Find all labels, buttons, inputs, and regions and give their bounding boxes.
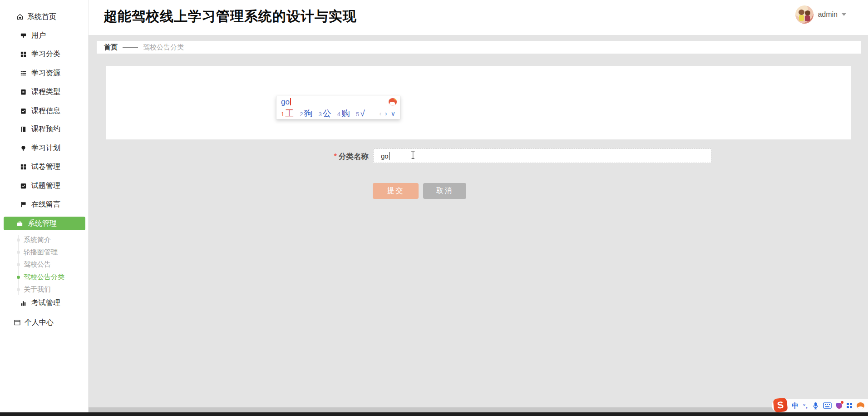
bottom-dark-bar (0, 412, 868, 416)
ime-candidate-1[interactable]: 1工 (281, 108, 294, 119)
skin-palette-icon[interactable] (836, 403, 842, 409)
sidebar-item-course-type[interactable]: 课程类型 (0, 86, 89, 97)
submenu-item-about-us[interactable]: 关于我们 (24, 285, 51, 294)
sidebar-item-home[interactable]: 系统首页 (0, 11, 89, 22)
sidebar-item-study-category[interactable]: 学习分类 (0, 49, 89, 59)
sidebar-item-label: 课程预约 (31, 124, 60, 134)
briefcase-icon (16, 220, 23, 227)
avatar (795, 5, 814, 24)
ime-candidate-4[interactable]: 4购 (337, 108, 350, 119)
ime-popup: go 1工 2狗 3公 4购 5√ ‹ › ∨ (276, 96, 400, 119)
submenu-item-label: 轮播图管理 (24, 248, 58, 256)
sidebar-item-label: 课程信息 (31, 106, 60, 116)
sidebar-item-course-info[interactable]: 课程信息 (0, 105, 89, 116)
microphone-icon[interactable] (813, 402, 819, 410)
submenu-item-label: 系统简介 (24, 236, 51, 243)
sidebar-item-label: 个人中心 (25, 318, 54, 327)
sidebar-item-label: 在线留言 (31, 200, 60, 209)
ime-prev-page-icon[interactable]: ‹ (379, 110, 381, 117)
submenu-item-system-intro[interactable]: 系统简介 (24, 235, 51, 244)
sidebar-item-personal-center[interactable]: 个人中心 (0, 317, 89, 328)
sidebar: 系统首页 用户 学习分类 学习资源 课程类型 课程信息 课程预约 (0, 0, 89, 412)
sidebar-item-question-bank[interactable]: 试题管理 (0, 180, 89, 191)
bar-chart-icon (20, 300, 27, 307)
sogou-s-logo-icon[interactable]: S (773, 397, 788, 412)
ime-next-page-icon[interactable]: › (385, 110, 387, 117)
sidebar-item-label: 学习分类 (31, 50, 60, 59)
toolbox-grid-icon[interactable] (847, 403, 852, 408)
lightbulb-icon (20, 145, 27, 152)
ime-composition: go (281, 98, 290, 106)
sidebar-item-label: 系统首页 (27, 12, 56, 22)
breadcrumb-separator (123, 47, 138, 48)
ime-taskbar: S 中 °, (772, 399, 868, 412)
sidebar-item-exam-paper[interactable]: 试卷管理 (0, 161, 89, 172)
sidebar-item-label: 用户 (31, 31, 46, 40)
ime-candidate-2[interactable]: 2狗 (300, 108, 312, 119)
keyboard-icon[interactable] (823, 402, 832, 409)
app-window: 系统首页 用户 学习分类 学习资源 课程类型 课程信息 课程预约 (0, 0, 868, 416)
grid-icon (20, 51, 27, 58)
home-icon (16, 13, 24, 20)
sidebar-item-label: 学习资源 (31, 69, 60, 78)
submenu-item-school-notice[interactable]: 驾校公告 (24, 260, 51, 269)
sidebar-item-messages[interactable]: 在线留言 (0, 199, 89, 210)
sidebar-item-course-booking[interactable]: 课程预约 (0, 124, 89, 134)
submenu-dot (17, 263, 20, 266)
mouse-ibeam-cursor (410, 151, 416, 159)
ime-candidate-3[interactable]: 3公 (318, 108, 331, 119)
ime-punctuation-icon[interactable]: °, (803, 402, 808, 409)
sidebar-item-label: 课程类型 (31, 87, 60, 97)
sidebar-item-label: 试卷管理 (31, 162, 60, 172)
submenu-dot-active (17, 276, 20, 279)
sidebar-item-exam-management[interactable]: 考试管理 (0, 297, 89, 308)
username: admin (818, 10, 838, 19)
clipboard-x-icon (20, 89, 27, 95)
sidebar-item-label: 试题管理 (31, 181, 60, 191)
horizontal-scrollbar[interactable] (89, 407, 868, 412)
category-name-input[interactable]: go (373, 149, 711, 163)
sogou-bird-icon[interactable] (857, 402, 864, 409)
form-panel: *分类名称 go 提交 取消 (106, 66, 851, 139)
breadcrumb: 首页 驾校公告分类 (97, 41, 861, 54)
submenu-item-notice-category[interactable]: 驾校公告分类 (24, 272, 64, 282)
ime-candidate-row: 1工 2狗 3公 4购 5√ ‹ › ∨ (276, 107, 400, 119)
submenu-dot (17, 288, 20, 291)
submenu-item-label: 驾校公告分类 (24, 273, 64, 281)
submenu-dot (17, 251, 20, 254)
user-menu[interactable]: admin (795, 5, 846, 25)
input-value: go (381, 152, 389, 160)
clipboard-check-icon (20, 108, 27, 114)
submit-button[interactable]: 提交 (373, 183, 419, 199)
ime-composition-row: go (276, 96, 400, 107)
breadcrumb-current: 驾校公告分类 (143, 43, 184, 52)
book-icon (20, 126, 27, 133)
grid-icon (20, 163, 27, 170)
submenu-dot (17, 238, 20, 242)
category-name-label: *分类名称 (279, 152, 369, 162)
ime-mode-chinese[interactable]: 中 (792, 401, 799, 410)
submenu-item-label: 驾校公告 (24, 260, 51, 268)
ime-candidate-5[interactable]: 5√ (356, 109, 365, 119)
sidebar-item-label: 学习计划 (31, 144, 60, 153)
chart-line-icon (20, 183, 27, 189)
user-icon (20, 32, 27, 39)
submenu-item-carousel[interactable]: 轮播图管理 (24, 248, 58, 257)
ime-expand-icon[interactable]: ∨ (391, 110, 395, 117)
header: 超能驾校线上学习管理系统的设计与实现 admin (89, 0, 868, 35)
sidebar-item-label: 系统管理 (28, 219, 57, 228)
chevron-down-icon (842, 13, 846, 16)
sidebar-item-system-management[interactable]: 系统管理 (4, 217, 85, 230)
flag-icon (20, 201, 27, 208)
ime-pagination: ‹ › ∨ (379, 110, 395, 117)
sidebar-item-study-resource[interactable]: 学习资源 (0, 68, 89, 79)
sogou-logo-icon[interactable] (389, 98, 397, 105)
breadcrumb-home-link[interactable]: 首页 (104, 43, 118, 52)
required-mark: * (334, 152, 337, 160)
page-title: 超能驾校线上学习管理系统的设计与实现 (104, 7, 357, 26)
cancel-button[interactable]: 取消 (423, 183, 466, 199)
window-icon (14, 319, 21, 326)
ime-caret (290, 98, 291, 105)
sidebar-item-users[interactable]: 用户 (0, 30, 89, 41)
sidebar-item-study-plan[interactable]: 学习计划 (0, 143, 89, 154)
